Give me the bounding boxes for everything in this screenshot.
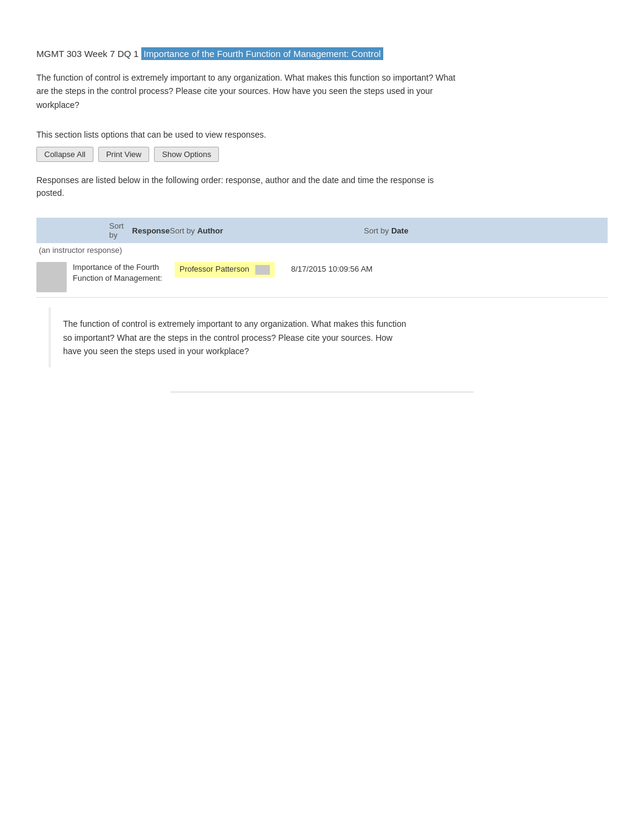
avatar xyxy=(36,262,67,292)
course-prefix: MGMT 303 Week 7 DQ 1 xyxy=(36,49,139,59)
sort-author-col: Sort by Author xyxy=(170,226,364,235)
section-description: This section lists options that can be u… xyxy=(36,130,608,139)
response-date: 8/17/2015 10:09:56 AM xyxy=(291,262,608,273)
sort-author-value[interactable]: Author xyxy=(197,226,223,235)
author-name[interactable]: Professor Patterson xyxy=(179,264,249,273)
collapse-all-button[interactable]: Collapse All xyxy=(36,147,93,162)
order-description: Responses are listed below in the follow… xyxy=(36,174,437,200)
response-title: Importance of the Fourth Function of Man… xyxy=(73,262,170,284)
sort-date-label[interactable]: Sort by xyxy=(364,226,389,235)
sort-author-label[interactable]: Sort by xyxy=(170,226,195,235)
bottom-divider xyxy=(170,392,474,392)
question-text: The function of control is extremely imp… xyxy=(36,71,461,112)
author-icon xyxy=(255,265,270,275)
sort-date-value[interactable]: Date xyxy=(391,226,408,235)
response-content: The function of control is extremely imp… xyxy=(49,307,424,367)
instructor-badge: (an instructor response) xyxy=(36,246,608,255)
sort-response-value[interactable]: Response xyxy=(132,226,170,235)
response-row: Importance of the Fourth Function of Man… xyxy=(36,257,608,298)
response-author-col: Professor Patterson xyxy=(170,262,291,277)
response-author: Professor Patterson xyxy=(175,262,275,277)
sort-response-col: Sort by Response xyxy=(36,221,170,240)
discussion-title-highlight: Importance of the Fourth Function of Man… xyxy=(141,47,383,60)
print-view-button[interactable]: Print View xyxy=(98,147,149,162)
sort-header-row: Sort by Response Sort by Author Sort by … xyxy=(36,218,608,243)
course-title: MGMT 303 Week 7 DQ 1 Importance of the F… xyxy=(36,49,608,59)
sort-date-col: Sort by Date xyxy=(364,226,608,235)
sort-response-label[interactable]: Sort by xyxy=(109,221,130,240)
show-options-button[interactable]: Show Options xyxy=(154,147,219,162)
page-header: MGMT 303 Week 7 DQ 1 Importance of the F… xyxy=(36,49,608,200)
toolbar: Collapse All Print View Show Options xyxy=(36,147,608,162)
